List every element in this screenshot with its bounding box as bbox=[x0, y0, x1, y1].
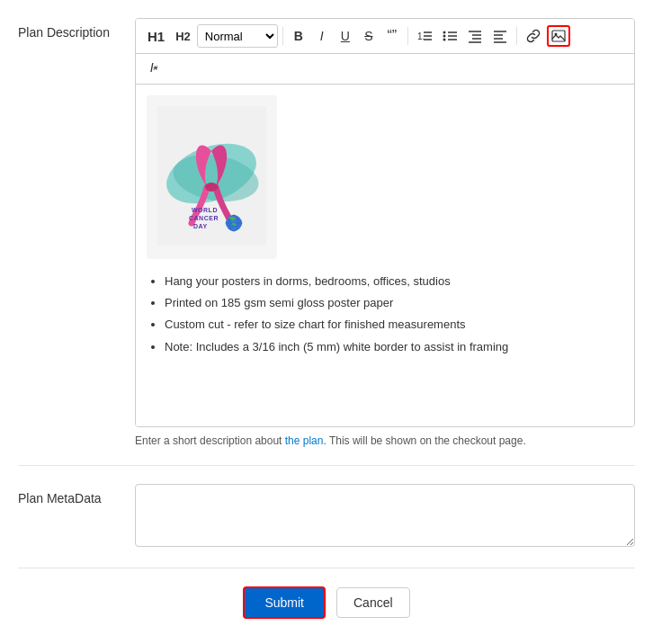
description-helper-text: Enter a short description about the plan… bbox=[135, 434, 635, 447]
toolbar-row-2: Ix bbox=[136, 54, 634, 85]
indent-right-icon bbox=[468, 29, 482, 43]
italic-button[interactable]: I bbox=[311, 25, 333, 47]
indent-left-button[interactable] bbox=[488, 25, 512, 47]
svg-rect-18 bbox=[552, 31, 565, 41]
svg-text:CANCER: CANCER bbox=[189, 215, 219, 221]
ordered-list-button[interactable]: 1. bbox=[413, 25, 436, 47]
h2-button[interactable]: H2 bbox=[171, 25, 195, 47]
image-icon bbox=[551, 29, 566, 43]
toolbar-row-1: H1 H2 Normal Heading 1 Heading 2 Heading… bbox=[136, 19, 634, 54]
plan-metadata-content bbox=[135, 484, 635, 550]
submit-button[interactable]: Submit bbox=[243, 586, 326, 619]
link-button[interactable] bbox=[522, 25, 545, 47]
clear-format-button[interactable]: Ix bbox=[143, 57, 165, 78]
rich-text-editor: H1 H2 Normal Heading 1 Heading 2 Heading… bbox=[135, 18, 635, 427]
indent-right-button[interactable] bbox=[463, 25, 487, 47]
separator-1 bbox=[282, 27, 283, 45]
plan-metadata-label: Plan MetaData bbox=[18, 484, 135, 505]
poster-svg: WORLD CANCER DAY bbox=[157, 106, 266, 246]
separator-2 bbox=[407, 27, 408, 45]
poster-image-container: WORLD CANCER DAY bbox=[147, 95, 277, 259]
bullet-item-2: Printed on 185 gsm semi gloss poster pap… bbox=[165, 295, 623, 311]
image-button[interactable] bbox=[547, 25, 570, 47]
metadata-input[interactable] bbox=[135, 484, 635, 547]
plan-metadata-row: Plan MetaData bbox=[18, 484, 635, 568]
ol-icon: 1. bbox=[417, 29, 432, 43]
helper-link[interactable]: the plan bbox=[285, 434, 324, 447]
svg-text:WORLD: WORLD bbox=[192, 207, 218, 213]
bold-button[interactable]: B bbox=[288, 25, 309, 47]
link-icon bbox=[526, 29, 541, 43]
quote-button[interactable]: “” bbox=[381, 25, 403, 47]
strikethrough-button[interactable]: S bbox=[358, 25, 380, 47]
svg-text:DAY: DAY bbox=[193, 223, 208, 229]
description-bullet-list: Hang your posters in dorms, bedrooms, of… bbox=[147, 273, 623, 355]
svg-point-6 bbox=[443, 39, 445, 41]
separator-3 bbox=[516, 27, 517, 45]
plan-description-label: Plan Description bbox=[18, 18, 135, 40]
form-buttons-row: Submit Cancel bbox=[18, 586, 635, 619]
h1-button[interactable]: H1 bbox=[143, 25, 169, 47]
plan-description-content: H1 H2 Normal Heading 1 Heading 2 Heading… bbox=[135, 18, 635, 447]
svg-point-5 bbox=[443, 35, 445, 38]
cancel-button[interactable]: Cancel bbox=[336, 587, 410, 618]
indent-left-icon bbox=[493, 29, 507, 43]
plan-description-row: Plan Description H1 H2 Normal Heading 1 … bbox=[18, 18, 635, 466]
bullet-item-3: Custom cut - refer to size chart for fin… bbox=[165, 317, 623, 333]
unordered-list-button[interactable] bbox=[438, 25, 461, 47]
format-select[interactable]: Normal Heading 1 Heading 2 Heading 3 bbox=[197, 24, 278, 48]
bullet-item-1: Hang your posters in dorms, bedrooms, of… bbox=[165, 273, 623, 290]
bullet-item-4: Note: Includes a 3/16 inch (5 mm) white … bbox=[165, 339, 623, 355]
editor-content-area[interactable]: WORLD CANCER DAY Hang yo bbox=[136, 85, 634, 426]
underline-button[interactable]: U bbox=[335, 25, 356, 47]
svg-point-23 bbox=[205, 183, 218, 192]
svg-point-4 bbox=[443, 31, 445, 34]
ul-icon bbox=[443, 29, 457, 43]
